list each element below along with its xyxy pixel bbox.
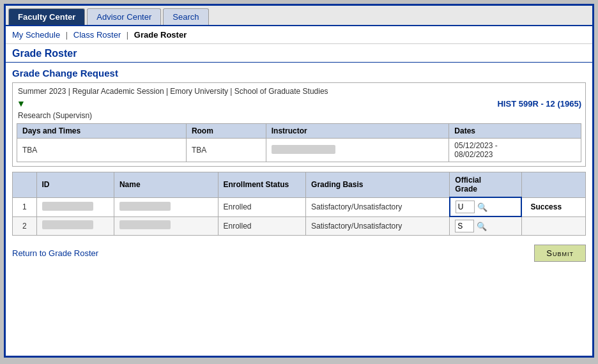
breadcrumb-class-roster[interactable]: Class Roster	[73, 30, 121, 40]
roster-row1-status: Success	[521, 197, 585, 216]
roster-header-num	[13, 172, 37, 198]
schedule-header-days: Days and Times	[17, 124, 187, 139]
schedule-row: TBA TBA 05/12/2023 - 08/02/2023	[17, 139, 581, 162]
course-info-area: Summer 2023 | Regular Academic Session |…	[12, 82, 586, 167]
roster-row-2: 2 Enrolled Satisfactory/Unsatisfactory 🔍	[13, 216, 586, 236]
roster-row1-grading: Satisfactory/Unsatisfactory	[306, 197, 450, 216]
page-title: Grade Roster	[6, 44, 592, 63]
schedule-table: Days and Times Room Instructor Dates TBA…	[17, 123, 581, 162]
name-blurred-2	[119, 220, 171, 229]
roster-row2-enrollment: Enrolled	[218, 216, 306, 236]
breadcrumb-current: Grade Roster	[134, 30, 187, 40]
bottom-bar: Return to Grade Roster Submit	[6, 239, 592, 267]
grade-input-group-1: 🔍	[456, 201, 516, 213]
schedule-header-room: Room	[186, 124, 266, 139]
nav-tabs: Faculty Center Advisor Center Search	[6, 6, 592, 26]
green-arrow-icon: ▼	[17, 98, 26, 109]
schedule-dates: 05/12/2023 - 08/02/2023	[449, 139, 581, 162]
roster-row2-id	[36, 216, 114, 236]
breadcrumb-separator-1: |	[66, 30, 68, 40]
roster-header-enrollment: Enrollment Status	[218, 172, 306, 198]
roster-table: ID Name Enrollment Status Grading Basis …	[12, 172, 586, 236]
course-meta: Summer 2023 | Regular Academic Session |…	[17, 87, 581, 96]
submit-button[interactable]: Submit	[534, 245, 586, 262]
roster-row2-grading: Satisfactory/Unsatisfactory	[306, 216, 450, 236]
course-link[interactable]: HIST 599R - 12 (1965)	[497, 99, 581, 109]
roster-row1-grade-cell: 🔍	[450, 197, 522, 216]
roster-header-name: Name	[114, 172, 218, 198]
roster-row-1: 1 Enrolled Satisfactory/Unsatisfactory 🔍…	[13, 197, 586, 216]
grade-input-1[interactable]	[456, 201, 475, 213]
roster-header-id: ID	[36, 172, 114, 198]
main-container: Faculty Center Advisor Center Search My …	[4, 4, 594, 358]
roster-header-grade: OfficialGrade	[450, 172, 522, 198]
roster-area: ID Name Enrollment Status Grading Basis …	[12, 172, 586, 236]
schedule-header-dates: Dates	[449, 124, 581, 139]
return-to-grade-roster-link[interactable]: Return to Grade Roster	[12, 248, 98, 258]
roster-row2-num: 2	[13, 216, 37, 236]
roster-row1-id	[36, 197, 114, 216]
tab-search[interactable]: Search	[163, 8, 208, 25]
name-blurred-1	[119, 202, 171, 211]
success-badge-1: Success	[527, 201, 565, 213]
id-blurred-1	[42, 202, 93, 211]
grade-search-btn-2[interactable]: 🔍	[475, 221, 488, 232]
schedule-instructor	[266, 139, 449, 162]
schedule-days: TBA	[17, 139, 187, 162]
roster-row1-enrollment: Enrolled	[218, 197, 306, 216]
schedule-header-instructor: Instructor	[266, 124, 449, 139]
breadcrumb-separator-2: |	[126, 30, 128, 40]
schedule-room: TBA	[186, 139, 266, 162]
id-blurred-2	[42, 220, 93, 229]
course-header-row: ▼ HIST 599R - 12 (1965)	[17, 98, 581, 109]
course-name: Research (Supervisn)	[17, 111, 581, 120]
roster-row1-num: 1	[13, 197, 37, 216]
roster-row1-name	[114, 197, 218, 216]
tab-faculty-center[interactable]: Faculty Center	[8, 8, 85, 25]
section-title: Grade Change Request	[6, 63, 592, 82]
grade-input-group-2: 🔍	[455, 220, 516, 232]
instructor-blurred	[272, 145, 335, 154]
grade-input-2[interactable]	[455, 220, 474, 232]
grade-search-btn-1[interactable]: 🔍	[476, 202, 489, 213]
roster-header-grading: Grading Basis	[306, 172, 450, 198]
roster-row2-name	[114, 216, 218, 236]
breadcrumb-my-schedule[interactable]: My Schedule	[12, 30, 60, 40]
roster-row2-status	[521, 216, 585, 236]
tab-advisor-center[interactable]: Advisor Center	[87, 8, 161, 25]
roster-header-status	[521, 172, 585, 198]
breadcrumb: My Schedule | Class Roster | Grade Roste…	[6, 26, 592, 44]
roster-row2-grade-cell: 🔍	[450, 216, 522, 236]
